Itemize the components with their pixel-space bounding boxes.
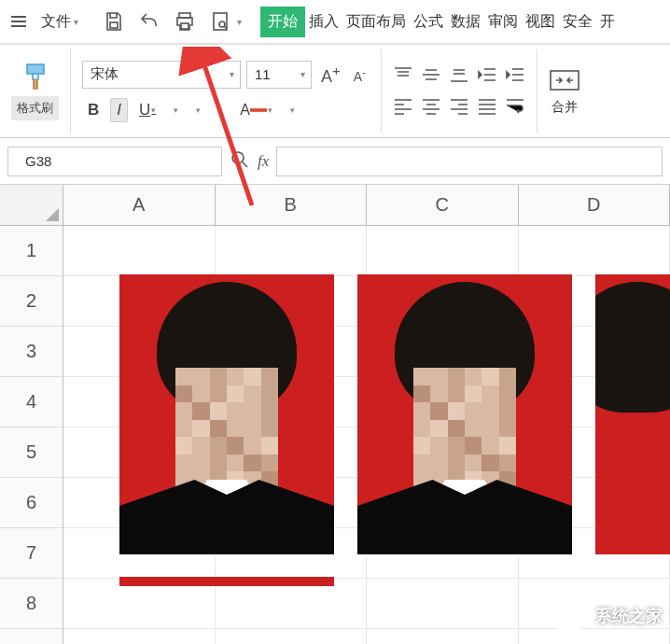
id-photo-image[interactable] [119,577,334,586]
align-left-button[interactable] [393,96,413,118]
row-header[interactable]: 5 [0,427,63,478]
formula-input[interactable] [276,147,663,176]
svg-rect-11 [551,71,579,90]
svg-point-12 [232,152,244,163]
row-header[interactable]: 3 [0,327,63,377]
svg-rect-2 [181,23,188,29]
undo-icon[interactable] [136,8,162,35]
spreadsheet-grid: A B C D 1 2 3 4 5 6 7 8 9 [0,185,670,644]
column-header[interactable]: A [63,185,216,226]
name-box[interactable]: G38 [7,147,222,176]
cell-reference-value: G38 [25,153,51,169]
select-all-corner[interactable] [0,185,63,226]
watermark-text: 系统之家 [595,605,663,627]
fx-icon[interactable]: fx [258,152,269,171]
bold-button[interactable]: B [82,99,105,121]
tab-dev[interactable]: 开 [596,7,619,37]
row-header[interactable]: 7 [0,528,63,579]
id-photo-image[interactable] [119,274,334,554]
print-icon[interactable] [172,8,198,35]
file-label: 文件 [41,12,71,32]
cell-style-button[interactable]: ▾ [189,104,206,117]
italic-button[interactable]: I [110,98,128,122]
qa-more-icon[interactable]: ▾ [237,17,242,27]
chevron-down-icon: ▾ [300,69,305,79]
menu-icon[interactable] [7,12,30,31]
font-name-value: 宋体 [91,65,119,83]
chevron-down-icon: ▾ [74,17,78,27]
svg-rect-0 [110,22,118,28]
column-header[interactable]: C [367,185,519,226]
fill-color-button[interactable]: ▾ [212,104,229,117]
align-bottom-button[interactable] [449,65,469,87]
tab-security[interactable]: 安全 [559,7,596,37]
decrease-font-button[interactable]: A- [350,63,370,86]
font-size-value: 11 [255,66,271,82]
tab-data[interactable]: 数据 [447,7,484,37]
formula-bar: G38 fx [0,138,670,185]
border-button[interactable]: ▾ [167,104,184,117]
merge-label: 合并 [551,99,578,116]
font-name-select[interactable]: 宋体 ▾ [82,61,241,89]
format-painter-label[interactable]: 格式刷 [11,96,59,120]
merge-cells-icon[interactable] [549,67,580,93]
quick-access-toolbar: ▾ [101,8,242,35]
ribbon: 格式刷 宋体 ▾ 11 ▾ A+ A- B I U▾ ▾ ▾ ▾ A▾ ▾ [0,45,670,138]
chevron-down-icon: ▾ [230,69,234,79]
font-color-button[interactable]: A▾ [234,100,278,120]
tab-review[interactable]: 审阅 [484,7,522,37]
column-headers: A B C D [0,185,670,226]
format-painter-icon[interactable] [20,63,51,91]
align-top-button[interactable] [393,65,413,87]
title-toolbar: 文件 ▾ ▾ 开始 插入 页面布局 公式 数据 审阅 视图 安全 开 [0,0,670,45]
row-headers: 1 2 3 4 5 6 7 8 9 [0,226,63,644]
font-size-select[interactable]: 11 ▾ [246,61,312,89]
tab-layout[interactable]: 页面布局 [342,7,410,37]
column-header[interactable]: D [519,185,671,226]
row-header[interactable]: 1 [0,226,63,276]
row-header[interactable]: 4 [0,377,63,427]
row-header[interactable]: 6 [0,478,63,528]
ribbon-tabs: 开始 插入 页面布局 公式 数据 审阅 视图 安全 开 [260,7,619,37]
underline-button[interactable]: U▾ [133,99,161,121]
alignment-group [382,49,537,133]
row-header[interactable]: 9 [0,629,63,644]
tab-start[interactable]: 开始 [260,7,305,37]
svg-rect-10 [250,108,267,112]
tab-formula[interactable]: 公式 [410,7,447,37]
eraser-button[interactable]: ▾ [284,104,300,117]
svg-rect-5 [27,64,44,74]
align-right-button[interactable] [449,96,469,118]
decrease-indent-button[interactable] [477,65,497,87]
zoom-icon[interactable] [230,149,250,173]
increase-font-button[interactable]: A+ [317,61,344,89]
row-header[interactable]: 2 [0,276,63,327]
column-header[interactable]: B [216,185,368,226]
row-header[interactable]: 8 [0,579,63,629]
justify-button[interactable] [477,96,497,118]
cell-area[interactable] [63,226,670,644]
id-photo-image[interactable] [357,274,572,554]
tab-view[interactable]: 视图 [522,7,559,37]
increase-indent-button[interactable] [505,65,525,87]
save-icon[interactable] [101,8,127,35]
print-preview-icon[interactable] [207,8,233,35]
merge-group: 合并 [537,49,592,133]
watermark: 系统之家 [549,595,663,637]
file-menu[interactable]: 文件 ▾ [35,8,84,35]
tab-insert[interactable]: 插入 [305,7,342,37]
id-photo-image[interactable] [595,274,670,554]
align-middle-button[interactable] [421,65,441,87]
format-painter-group: 格式刷 [7,49,71,133]
align-center-button[interactable] [421,96,441,118]
wrap-text-button[interactable] [505,96,525,118]
font-group: 宋体 ▾ 11 ▾ A+ A- B I U▾ ▾ ▾ ▾ A▾ ▾ [71,49,382,133]
